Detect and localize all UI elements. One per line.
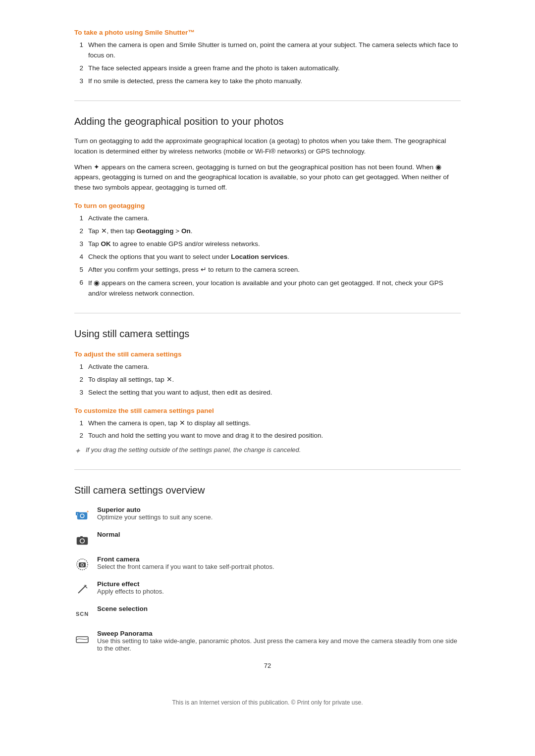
settings-row-picture-effect: ✧ Picture effect Apply effects to photos… (74, 580, 461, 597)
sweep-panorama-text: Sweep Panorama Use this setting to take … (97, 630, 461, 652)
still-camera-section: Using still camera settings To adjust th… (74, 328, 461, 456)
svg-point-13 (81, 564, 83, 566)
smile-shutter-section: To take a photo using Smile Shutter™ 1 W… (74, 29, 461, 87)
normal-text: Normal (97, 531, 461, 538)
picture-effect-icon: ✧ (74, 581, 90, 597)
page-footer: This is an Internet version of this publ… (74, 699, 461, 706)
divider (74, 101, 461, 101)
front-camera-text: Front camera Select the front camera if … (97, 555, 461, 570)
divider3 (74, 469, 461, 470)
superior-auto-name: Superior auto (97, 506, 461, 513)
adjust-steps: 1 Activate the camera. 2 To display all … (74, 362, 461, 398)
list-item: 3 Select the setting that you want to ad… (74, 388, 461, 398)
scene-selection-name: Scene selection (97, 605, 461, 612)
divider2 (74, 313, 461, 313)
settings-row-front-camera: Front camera Select the front camera if … (74, 555, 461, 572)
settings-table: i + Superior auto Optimize your settings… (74, 506, 461, 652)
still-camera-main-heading: Using still camera settings (74, 328, 461, 342)
list-item: 6 If ◉ appears on the camera screen, you… (74, 278, 461, 299)
list-item: 5 After you confirm your settings, press… (74, 265, 461, 275)
settings-row-normal: Normal (74, 531, 461, 548)
sweep-panorama-desc: Use this setting to take wide-angle, pan… (97, 637, 461, 652)
smile-shutter-heading: To take a photo using Smile Shutter™ (74, 29, 461, 36)
adjust-heading: To adjust the still camera settings (74, 351, 461, 358)
sweep-panorama-name: Sweep Panorama (97, 630, 461, 637)
page-number: 72 (74, 662, 461, 669)
picture-effect-name: Picture effect (97, 580, 461, 588)
geotagging-sub-heading: To turn on geotagging (74, 202, 461, 209)
settings-row-scene: SCN Scene selection (74, 605, 461, 622)
page-content: To take a photo using Smile Shutter™ 1 W… (74, 0, 461, 736)
overview-heading: Still camera settings overview (74, 485, 461, 498)
svg-rect-18 (76, 637, 88, 643)
svg-point-8 (81, 539, 84, 543)
geotagging-steps: 1 Activate the camera. 2 Tap ✕, then tap… (74, 213, 461, 299)
svg-text:✧: ✧ (83, 584, 87, 588)
tip-text: If you drag the setting outside of the s… (86, 446, 301, 454)
list-item: 2 Touch and hold the setting you want to… (74, 431, 461, 441)
scene-selection-icon: SCN (74, 606, 90, 622)
list-item: 2 To display all settings, tap ✕. (74, 375, 461, 385)
geotagging-body1: Turn on geotagging to add the approximat… (74, 136, 461, 157)
overview-section: Still camera settings overview i + (74, 485, 461, 652)
geotagging-body2: When ✦ appears on the camera screen, geo… (74, 162, 461, 194)
list-item: 4 Check the options that you want to sel… (74, 252, 461, 262)
list-item: 1 When the camera is open, tap ✕ to disp… (74, 418, 461, 429)
sweep-panorama-icon (74, 631, 90, 647)
superior-auto-text: Superior auto Optimize your settings to … (97, 506, 461, 521)
superior-auto-icon: i + (74, 507, 90, 523)
smile-shutter-steps: 1 When the camera is open and Smile Shut… (74, 40, 461, 87)
list-item: 3 If no smile is detected, press the cam… (74, 76, 461, 87)
front-camera-desc: Select the front camera if you want to t… (97, 563, 461, 570)
settings-row-panorama: Sweep Panorama Use this setting to take … (74, 630, 461, 652)
picture-effect-desc: Apply effects to photos. (97, 588, 461, 595)
svg-rect-9 (80, 536, 83, 538)
tip-icon: ✦ (74, 447, 81, 455)
settings-row-superior-auto: i + Superior auto Optimize your settings… (74, 506, 461, 523)
geotagging-section: Adding the geographical position to your… (74, 116, 461, 299)
customize-steps: 1 When the camera is open, tap ✕ to disp… (74, 418, 461, 442)
normal-camera-icon (74, 532, 90, 548)
list-item: 1 Activate the camera. (74, 362, 461, 372)
customize-heading: To customize the still camera settings p… (74, 407, 461, 414)
front-camera-icon (74, 556, 90, 572)
list-item: 1 When the camera is open and Smile Shut… (74, 40, 461, 61)
scene-selection-text: Scene selection (97, 605, 461, 612)
list-item: 2 Tap ✕, then tap Geotagging > On. (74, 226, 461, 237)
list-item: 3 Tap OK to agree to enable GPS and/or w… (74, 239, 461, 250)
list-item: 2 The face selected appears inside a gre… (74, 63, 461, 74)
geotagging-main-heading: Adding the geographical position to your… (74, 116, 461, 129)
list-item: 1 Activate the camera. (74, 213, 461, 224)
superior-auto-desc: Optimize your settings to suit any scene… (97, 513, 461, 521)
front-camera-name: Front camera (97, 555, 461, 563)
normal-name: Normal (97, 531, 461, 538)
svg-point-2 (81, 514, 84, 517)
tip-row: ✦ If you drag the setting outside of the… (74, 446, 461, 455)
picture-effect-text: Picture effect Apply effects to photos. (97, 580, 461, 595)
svg-text:+: + (87, 510, 89, 513)
